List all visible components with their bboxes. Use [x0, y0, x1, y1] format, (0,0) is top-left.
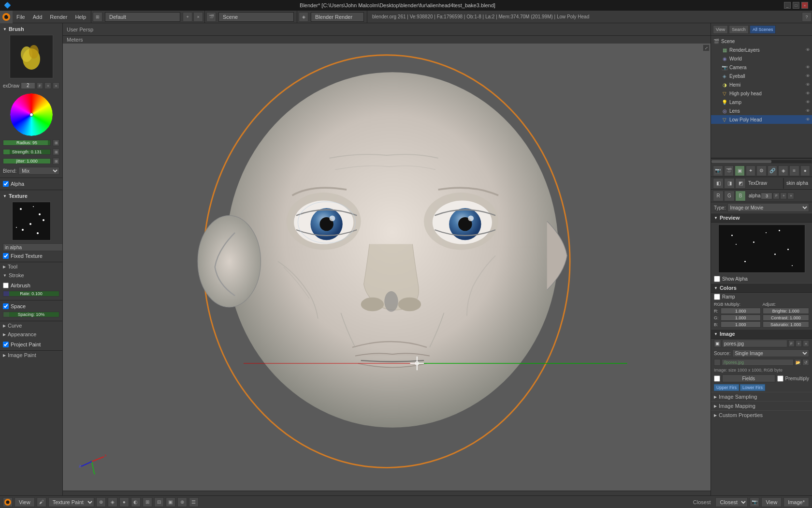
prop-material-icon[interactable]: ● [800, 165, 811, 176]
scene-selector[interactable] [218, 12, 294, 22]
outliner-item-low-poly[interactable]: ▽ Low Poly Head 👁 [711, 115, 812, 124]
filepath-browse-icon[interactable] [714, 359, 721, 366]
viewport-body[interactable]: X Y Z ⤢ [63, 44, 710, 491]
outliner-scrollbar[interactable] [711, 160, 812, 164]
all-scenes-button[interactable]: All Scenes [750, 25, 776, 34]
engine-selector[interactable] [311, 12, 364, 22]
image-name-input[interactable] [722, 340, 787, 347]
alpha-x-btn[interactable]: × [787, 193, 794, 199]
menu-help[interactable]: Help [71, 11, 90, 23]
prop-particle-icon[interactable]: ✦ [746, 165, 756, 176]
bottom-right-icon1[interactable]: 📷 [750, 497, 759, 507]
type-selector[interactable]: Image or Movie [727, 203, 809, 212]
minimize-button[interactable]: _ [784, 2, 791, 9]
image-section-header[interactable]: ▼ Image [711, 329, 812, 339]
tex-name-input[interactable] [3, 243, 63, 251]
bottom-logo-icon[interactable] [3, 497, 13, 507]
image-f-btn[interactable]: F [788, 340, 795, 347]
screen-selector[interactable] [105, 12, 180, 22]
viewport[interactable]: User Persp Meters [63, 23, 710, 495]
radius-lock-icon[interactable]: ⊞ [53, 139, 59, 146]
jitter-lock-icon[interactable]: ⊞ [53, 158, 59, 164]
outliner-item-eyeball[interactable]: ◈ Eyeball 👁 [711, 72, 812, 80]
image-paint-section[interactable]: ▶ Image Paint [0, 351, 62, 359]
fields-btn[interactable]: Fields [722, 374, 775, 382]
high-poly-eye-icon[interactable]: 👁 [806, 91, 810, 96]
del-screen-icon[interactable]: × [193, 12, 203, 22]
premultiply-checkbox[interactable] [777, 375, 783, 382]
texture-section-header[interactable]: ▼ Texture [0, 192, 62, 200]
bottom-icon4[interactable]: ◐ [131, 497, 141, 507]
alpha-checkbox[interactable] [3, 181, 9, 187]
filepath-refresh-btn[interactable]: ↺ [802, 359, 809, 366]
add-screen-icon[interactable]: + [183, 12, 192, 22]
g-value[interactable]: 1.000 [721, 314, 761, 321]
prop-scene-icon[interactable]: 🎬 [724, 165, 734, 176]
custom-properties-section[interactable]: ▶ Custom Properties [711, 410, 812, 419]
show-alpha-checkbox[interactable] [714, 276, 720, 282]
lower-firs-button[interactable]: Lower Firs [740, 384, 765, 391]
viewport-expand-icon[interactable]: ⤢ [703, 45, 710, 51]
lamp-eye-icon[interactable]: 👁 [806, 100, 810, 105]
strength-lock-icon[interactable]: ⊞ [53, 149, 59, 155]
tex-draw-icon1[interactable]: ◧ [713, 178, 724, 189]
bottom-icon3[interactable]: ● [119, 497, 129, 507]
fixed-texture-checkbox[interactable] [3, 253, 9, 259]
r-value[interactable]: 1.000 [721, 308, 761, 314]
blend-selector[interactable]: Mix [18, 167, 59, 175]
image-bottom-right-button[interactable]: Image* [783, 497, 809, 507]
tex-icon-b[interactable]: B [735, 191, 746, 201]
source-selector[interactable]: Single Image [732, 349, 809, 357]
ramp-checkbox[interactable] [714, 294, 720, 300]
menu-add[interactable]: Add [29, 11, 46, 23]
low-poly-eye-icon[interactable]: 👁 [806, 117, 810, 122]
outliner-item-scene[interactable]: 🎬 Scene [711, 37, 812, 45]
tex-draw-icon2[interactable]: ◨ [724, 178, 735, 189]
preview-section-header[interactable]: ▼ Preview [711, 213, 812, 223]
airbrush-checkbox[interactable] [3, 283, 9, 288]
screen-layout-icon[interactable]: ⊞ [93, 12, 102, 22]
prop-texture-icon[interactable]: ▣ [735, 165, 745, 176]
bottom-icon7[interactable]: ▣ [166, 497, 175, 507]
renderlayers-eye-icon[interactable]: 👁 [806, 47, 810, 52]
outliner-item-world[interactable]: ◉ World [711, 54, 812, 63]
search-button[interactable]: Search [729, 25, 749, 34]
maximize-button[interactable]: □ [793, 2, 799, 9]
stroke-section[interactable]: ▼ Stroke [0, 271, 62, 280]
bottom-icon1[interactable]: ⊕ [96, 497, 106, 507]
prop-data-icon[interactable]: ≡ [789, 165, 799, 176]
alpha-plus-btn[interactable]: + [780, 193, 787, 199]
menu-render[interactable]: Render [46, 11, 71, 23]
color-wheel[interactable] [10, 93, 53, 136]
appearance-section[interactable]: ▶ Appearance [0, 330, 62, 339]
upper-firs-button[interactable]: Upper Firs [714, 384, 739, 391]
paint-mode-selector[interactable]: Texture Paint [48, 497, 94, 507]
image-x-btn[interactable]: × [803, 340, 809, 347]
ex-draw-plus-btn[interactable]: + [44, 82, 51, 89]
strength-slider[interactable]: Strength: 0.131 [3, 149, 51, 155]
view-menu-button[interactable]: View [14, 497, 35, 507]
tool-section[interactable]: ▶ Tool [0, 262, 62, 271]
image-new-btn[interactable]: + [796, 340, 802, 347]
curve-section[interactable]: ▶ Curve [0, 321, 62, 330]
menu-file[interactable]: File [13, 11, 29, 23]
ex-draw-num[interactable]: 2 [21, 82, 35, 89]
help-icon[interactable]: ? [802, 12, 812, 22]
outliner-item-hemi[interactable]: ◑ Hemi 👁 [711, 80, 812, 89]
hemi-eye-icon[interactable]: 👁 [806, 82, 810, 87]
blender-logo[interactable] [0, 11, 13, 23]
prop-render-icon[interactable]: 📷 [713, 165, 723, 176]
filepath-open-btn[interactable]: 📂 [795, 359, 801, 366]
outliner-item-camera[interactable]: 📷 Camera 👁 [711, 63, 812, 72]
view-bottom-right-button[interactable]: View [761, 497, 782, 507]
bottom-icon9[interactable]: ☰ [189, 497, 199, 507]
tex-icon-g[interactable]: G [724, 191, 735, 201]
saturatio-value[interactable]: Saturatio: 1.000 [763, 321, 810, 328]
brighte-value[interactable]: Brighte: 1.000 [763, 308, 810, 314]
radius-slider[interactable]: Radius: 95 [3, 140, 51, 146]
interpolation-selector[interactable]: Closest [715, 497, 748, 507]
ex-draw-f-btn[interactable]: F [37, 82, 44, 89]
contrast-value[interactable]: Contrast: 1.000 [763, 314, 810, 321]
filepath-field[interactable]: //pores.jpg [722, 359, 794, 366]
fields-checkbox[interactable] [714, 375, 720, 382]
